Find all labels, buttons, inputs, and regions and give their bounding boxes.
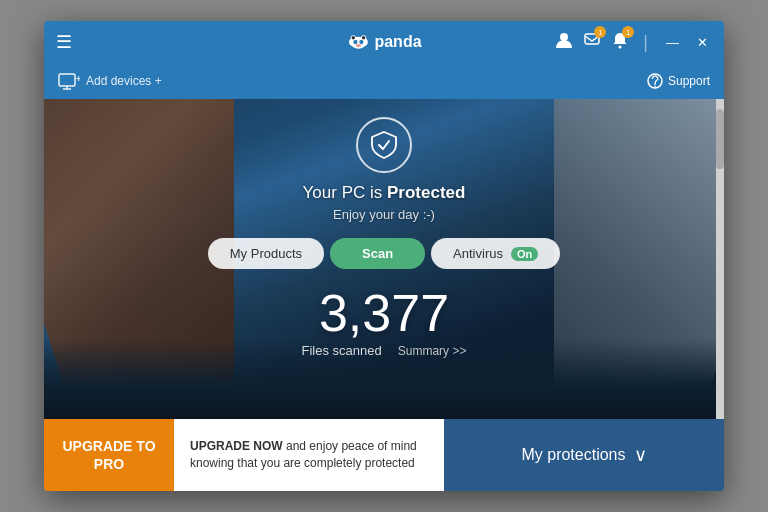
- my-protections-button[interactable]: My protections ∨: [444, 419, 724, 491]
- add-devices-button[interactable]: + Add devices +: [58, 73, 162, 90]
- scrollbar[interactable]: [716, 99, 724, 419]
- shield-icon: [356, 117, 412, 173]
- titlebar-actions: 1 1 | — ✕: [555, 31, 712, 53]
- upgrade-desc-text: UPGRADE NOW and enjoy peace of mind know…: [190, 438, 428, 472]
- svg-point-3: [353, 40, 357, 44]
- subtitle-text: Enjoy your day :-): [333, 207, 435, 222]
- upgrade-description: UPGRADE NOW and enjoy peace of mind know…: [174, 419, 444, 491]
- close-button[interactable]: ✕: [693, 33, 712, 52]
- panda-logo-icon: [346, 30, 370, 54]
- svg-point-5: [356, 44, 361, 47]
- app-window: ☰ panda 1: [44, 21, 724, 491]
- svg-rect-13: [59, 74, 75, 86]
- scan-tab[interactable]: Scan: [330, 238, 425, 269]
- svg-point-4: [359, 40, 363, 44]
- notifications-badge: 1: [622, 26, 634, 38]
- antivirus-toggle[interactable]: On: [511, 247, 538, 261]
- svg-point-12: [619, 46, 622, 49]
- tabs-row: My Products Scan Antivirus On: [208, 238, 560, 269]
- user-icon[interactable]: [555, 31, 573, 53]
- my-products-tab[interactable]: My Products: [208, 238, 324, 269]
- notifications-icon[interactable]: 1: [611, 31, 629, 53]
- upgrade-text: UPGRADE TOPRO: [62, 437, 155, 473]
- support-button[interactable]: Support: [647, 73, 710, 89]
- chevron-down-icon: ∨: [634, 444, 647, 466]
- upgrade-to-pro-button[interactable]: UPGRADE TOPRO: [44, 419, 174, 491]
- files-count: 3,377: [319, 287, 449, 339]
- files-label: Files scanned Summary >>: [302, 343, 467, 358]
- bottom-bar: UPGRADE TOPRO UPGRADE NOW and enjoy peac…: [44, 419, 724, 491]
- messages-badge: 1: [594, 26, 606, 38]
- content-overlay: Your PC is Protected Enjoy your day :-) …: [44, 99, 724, 419]
- support-label: Support: [668, 74, 710, 88]
- shield-svg: [370, 130, 398, 160]
- svg-point-18: [654, 86, 656, 88]
- status-text: Your PC is Protected: [303, 183, 466, 203]
- svg-point-9: [362, 36, 365, 39]
- svg-text:+: +: [76, 74, 80, 84]
- support-icon: [647, 73, 663, 89]
- antivirus-tab[interactable]: Antivirus On: [431, 238, 560, 269]
- svg-point-8: [352, 36, 355, 39]
- main-content: Your PC is Protected Enjoy your day :-) …: [44, 99, 724, 419]
- add-devices-label: Add devices +: [86, 74, 162, 88]
- monitor-icon: +: [58, 73, 80, 90]
- app-name: panda: [374, 33, 421, 51]
- messages-icon[interactable]: 1: [583, 31, 601, 53]
- menu-icon[interactable]: ☰: [56, 31, 72, 53]
- svg-point-10: [560, 33, 568, 41]
- summary-link[interactable]: Summary >>: [398, 344, 467, 358]
- protections-label: My protections: [521, 446, 625, 464]
- titlebar: ☰ panda 1: [44, 21, 724, 63]
- scrollbar-thumb[interactable]: [716, 109, 724, 169]
- titlebar-separator: |: [643, 32, 648, 53]
- app-logo: panda: [346, 30, 421, 54]
- minimize-button[interactable]: —: [662, 33, 683, 52]
- subheader: + Add devices + Support: [44, 63, 724, 99]
